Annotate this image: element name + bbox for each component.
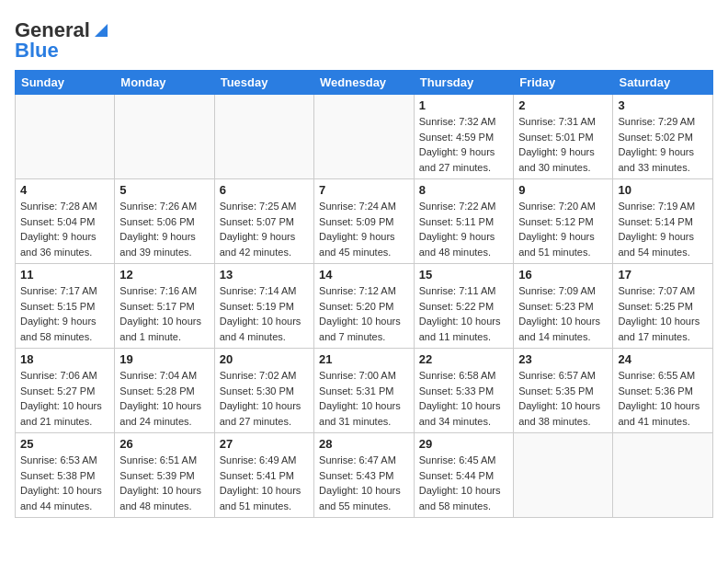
page-header: General Blue — [15, 15, 713, 63]
day-number: 17 — [618, 268, 708, 282]
day-cell: 3Sunrise: 7:29 AM Sunset: 5:02 PM Daylig… — [613, 95, 713, 179]
day-cell: 15Sunrise: 7:11 AM Sunset: 5:22 PM Dayli… — [414, 264, 513, 349]
day-cell: 14Sunrise: 7:12 AM Sunset: 5:20 PM Dayli… — [314, 264, 415, 349]
day-info: Sunrise: 6:47 AM Sunset: 5:43 PM Dayligh… — [319, 453, 409, 513]
day-cell: 23Sunrise: 6:57 AM Sunset: 5:35 PM Dayli… — [514, 349, 613, 433]
day-number: 20 — [220, 352, 309, 366]
day-info: Sunrise: 7:29 AM Sunset: 5:02 PM Dayligh… — [618, 114, 708, 175]
day-number: 5 — [119, 183, 209, 197]
day-info: Sunrise: 7:02 AM Sunset: 5:30 PM Dayligh… — [220, 368, 309, 429]
day-cell: 17Sunrise: 7:07 AM Sunset: 5:25 PM Dayli… — [613, 264, 713, 349]
day-info: Sunrise: 7:19 AM Sunset: 5:14 PM Dayligh… — [618, 199, 708, 259]
day-number: 28 — [319, 437, 409, 451]
day-cell: 29Sunrise: 6:45 AM Sunset: 5:44 PM Dayli… — [414, 433, 513, 518]
day-cell: 27Sunrise: 6:49 AM Sunset: 5:41 PM Dayli… — [214, 433, 313, 518]
logo-triangle-icon — [91, 20, 111, 40]
day-info: Sunrise: 7:22 AM Sunset: 5:11 PM Dayligh… — [419, 199, 508, 259]
day-info: Sunrise: 7:32 AM Sunset: 4:59 PM Dayligh… — [419, 114, 508, 175]
day-cell: 13Sunrise: 7:14 AM Sunset: 5:19 PM Dayli… — [214, 264, 313, 349]
day-number: 25 — [20, 437, 109, 451]
day-cell: 28Sunrise: 6:47 AM Sunset: 5:43 PM Dayli… — [314, 433, 415, 518]
day-info: Sunrise: 7:04 AM Sunset: 5:28 PM Dayligh… — [119, 368, 209, 429]
day-info: Sunrise: 7:20 AM Sunset: 5:12 PM Dayligh… — [518, 199, 608, 259]
day-cell: 10Sunrise: 7:19 AM Sunset: 5:14 PM Dayli… — [613, 179, 713, 264]
col-header-monday: Monday — [115, 71, 214, 95]
col-header-saturday: Saturday — [613, 71, 713, 95]
day-info: Sunrise: 7:12 AM Sunset: 5:20 PM Dayligh… — [319, 283, 409, 344]
day-info: Sunrise: 7:26 AM Sunset: 5:06 PM Dayligh… — [119, 199, 209, 259]
day-cell: 8Sunrise: 7:22 AM Sunset: 5:11 PM Daylig… — [414, 179, 513, 264]
day-number: 18 — [20, 352, 109, 366]
day-info: Sunrise: 6:57 AM Sunset: 5:35 PM Dayligh… — [518, 368, 608, 429]
day-number: 4 — [20, 183, 109, 197]
day-info: Sunrise: 7:09 AM Sunset: 5:23 PM Dayligh… — [518, 283, 608, 344]
day-info: Sunrise: 7:31 AM Sunset: 5:01 PM Dayligh… — [518, 114, 608, 175]
day-number: 22 — [419, 352, 508, 366]
col-header-tuesday: Tuesday — [214, 71, 313, 95]
day-number: 11 — [20, 268, 109, 282]
day-cell: 1Sunrise: 7:32 AM Sunset: 4:59 PM Daylig… — [414, 95, 513, 179]
day-info: Sunrise: 7:06 AM Sunset: 5:27 PM Dayligh… — [20, 368, 109, 429]
day-cell — [16, 95, 115, 179]
day-number: 9 — [518, 183, 608, 197]
day-info: Sunrise: 7:17 AM Sunset: 5:15 PM Dayligh… — [20, 283, 109, 344]
logo: General Blue — [15, 18, 111, 63]
day-number: 8 — [419, 183, 508, 197]
week-row-3: 11Sunrise: 7:17 AM Sunset: 5:15 PM Dayli… — [16, 264, 713, 349]
day-info: Sunrise: 6:51 AM Sunset: 5:39 PM Dayligh… — [119, 453, 209, 513]
day-info: Sunrise: 7:16 AM Sunset: 5:17 PM Dayligh… — [119, 283, 209, 344]
day-info: Sunrise: 6:45 AM Sunset: 5:44 PM Dayligh… — [419, 453, 508, 513]
day-info: Sunrise: 7:07 AM Sunset: 5:25 PM Dayligh… — [618, 283, 708, 344]
day-cell: 2Sunrise: 7:31 AM Sunset: 5:01 PM Daylig… — [514, 95, 613, 179]
week-row-4: 18Sunrise: 7:06 AM Sunset: 5:27 PM Dayli… — [16, 349, 713, 433]
day-info: Sunrise: 6:58 AM Sunset: 5:33 PM Dayligh… — [419, 368, 508, 429]
day-cell: 22Sunrise: 6:58 AM Sunset: 5:33 PM Dayli… — [414, 349, 513, 433]
day-cell — [214, 95, 313, 179]
day-number: 3 — [618, 98, 708, 112]
day-number: 29 — [419, 437, 508, 451]
day-cell: 7Sunrise: 7:24 AM Sunset: 5:09 PM Daylig… — [314, 179, 415, 264]
week-row-5: 25Sunrise: 6:53 AM Sunset: 5:38 PM Dayli… — [16, 433, 713, 518]
col-header-wednesday: Wednesday — [314, 71, 415, 95]
day-info: Sunrise: 7:14 AM Sunset: 5:19 PM Dayligh… — [220, 283, 309, 344]
calendar-header-row: SundayMondayTuesdayWednesdayThursdayFrid… — [16, 71, 713, 95]
day-cell: 21Sunrise: 7:00 AM Sunset: 5:31 PM Dayli… — [314, 349, 415, 433]
day-cell — [514, 433, 613, 518]
logo-blue: Blue — [15, 39, 59, 63]
day-cell: 18Sunrise: 7:06 AM Sunset: 5:27 PM Dayli… — [16, 349, 115, 433]
day-number: 24 — [618, 352, 708, 366]
day-cell: 4Sunrise: 7:28 AM Sunset: 5:04 PM Daylig… — [16, 179, 115, 264]
calendar-table: SundayMondayTuesdayWednesdayThursdayFrid… — [15, 70, 713, 518]
day-number: 1 — [419, 98, 508, 112]
day-number: 16 — [518, 268, 608, 282]
day-number: 15 — [419, 268, 508, 282]
day-number: 14 — [319, 268, 409, 282]
day-number: 26 — [119, 437, 209, 451]
day-number: 7 — [319, 183, 409, 197]
day-info: Sunrise: 6:55 AM Sunset: 5:36 PM Dayligh… — [618, 368, 708, 429]
col-header-thursday: Thursday — [414, 71, 513, 95]
day-number: 13 — [220, 268, 309, 282]
day-number: 12 — [119, 268, 209, 282]
col-header-friday: Friday — [514, 71, 613, 95]
day-cell: 26Sunrise: 6:51 AM Sunset: 5:39 PM Dayli… — [115, 433, 214, 518]
day-cell: 20Sunrise: 7:02 AM Sunset: 5:30 PM Dayli… — [214, 349, 313, 433]
day-cell: 11Sunrise: 7:17 AM Sunset: 5:15 PM Dayli… — [16, 264, 115, 349]
day-cell — [115, 95, 214, 179]
day-cell: 19Sunrise: 7:04 AM Sunset: 5:28 PM Dayli… — [115, 349, 214, 433]
day-number: 19 — [119, 352, 209, 366]
day-info: Sunrise: 6:53 AM Sunset: 5:38 PM Dayligh… — [20, 453, 109, 513]
day-cell: 6Sunrise: 7:25 AM Sunset: 5:07 PM Daylig… — [214, 179, 313, 264]
day-cell — [314, 95, 415, 179]
day-cell: 5Sunrise: 7:26 AM Sunset: 5:06 PM Daylig… — [115, 179, 214, 264]
day-cell: 16Sunrise: 7:09 AM Sunset: 5:23 PM Dayli… — [514, 264, 613, 349]
week-row-2: 4Sunrise: 7:28 AM Sunset: 5:04 PM Daylig… — [16, 179, 713, 264]
day-number: 27 — [220, 437, 309, 451]
col-header-sunday: Sunday — [16, 71, 115, 95]
day-cell: 25Sunrise: 6:53 AM Sunset: 5:38 PM Dayli… — [16, 433, 115, 518]
day-info: Sunrise: 7:11 AM Sunset: 5:22 PM Dayligh… — [419, 283, 508, 344]
week-row-1: 1Sunrise: 7:32 AM Sunset: 4:59 PM Daylig… — [16, 95, 713, 179]
day-cell — [613, 433, 713, 518]
day-info: Sunrise: 7:28 AM Sunset: 5:04 PM Dayligh… — [20, 199, 109, 259]
day-number: 23 — [518, 352, 608, 366]
